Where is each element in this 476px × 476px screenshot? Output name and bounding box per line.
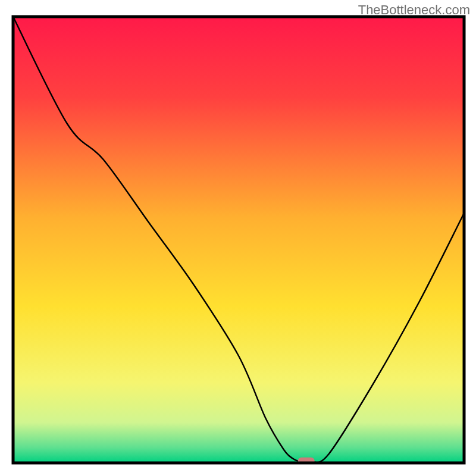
plot-background bbox=[13, 17, 464, 463]
bottleneck-chart bbox=[0, 0, 476, 476]
chart-container: TheBottleneck.com bbox=[0, 0, 476, 476]
watermark-text: TheBottleneck.com bbox=[358, 2, 470, 18]
